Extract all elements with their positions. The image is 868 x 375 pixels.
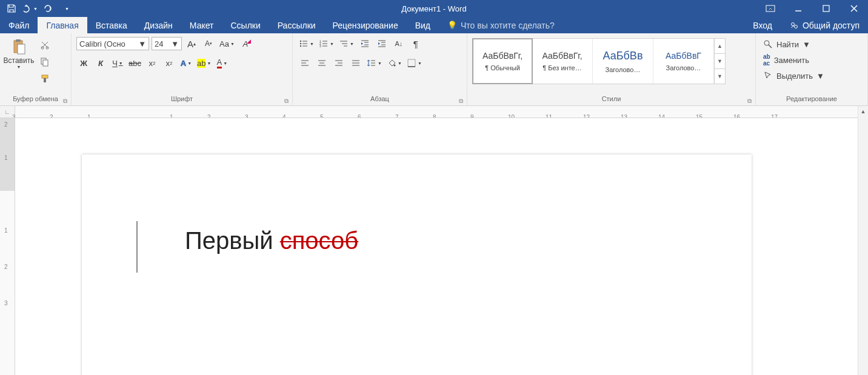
style-normal[interactable]: АаБбВвГг, ¶ Обычный (472, 38, 533, 84)
bold-button[interactable]: Ж (76, 56, 91, 70)
page[interactable]: Первый способ (82, 154, 752, 375)
shading-button[interactable]: ▼ (386, 56, 403, 70)
align-center-button[interactable] (315, 56, 329, 70)
clipboard-launcher[interactable]: ⧉ (61, 97, 69, 105)
highlight-button[interactable]: ab▼ (196, 56, 212, 70)
style-heading-2[interactable]: АаБбВвГ Заголово… (653, 39, 714, 84)
gallery-more-button[interactable]: ▼ (715, 69, 725, 84)
replace-button[interactable]: abac Заменить (761, 53, 812, 67)
maximize-button[interactable] (812, 0, 840, 17)
line-spacing-button[interactable]: ▼ (366, 56, 383, 70)
align-left-button[interactable] (298, 56, 312, 70)
clear-formatting-button[interactable]: A◢ (238, 37, 253, 50)
borders-button[interactable]: ▼ (406, 56, 423, 70)
italic-button[interactable]: К (93, 56, 108, 70)
svg-rect-11 (43, 60, 48, 66)
justify-button[interactable] (349, 56, 363, 70)
tab-references[interactable]: Ссылки (222, 17, 269, 33)
change-case-button[interactable]: Aa▼ (218, 37, 236, 50)
svg-point-55 (764, 41, 769, 45)
styles-gallery[interactable]: АаБбВвГг, ¶ Обычный АаБбВвГг, ¶ Без инте… (472, 38, 726, 84)
gallery-up-button[interactable]: ▲ (715, 39, 725, 54)
window-title: Документ1 - Word (0, 4, 868, 13)
group-paragraph: ▼ 123▼ ▼ А↓ ¶ ▼ ▼ ▼ Абзац⧉ (293, 33, 467, 105)
minimize-button[interactable] (784, 0, 812, 17)
svg-rect-6 (16, 39, 21, 42)
style-no-spacing[interactable]: АаБбВвГг, ¶ Без инте… (532, 39, 593, 84)
scroll-up-button[interactable]: ▲ (858, 106, 868, 116)
gallery-down-button[interactable]: ▼ (715, 54, 725, 69)
tab-home[interactable]: Главная (38, 17, 87, 33)
paste-label: Вставить (4, 56, 35, 65)
show-marks-button[interactable]: ¶ (409, 37, 423, 50)
group-editing: Найти▼ abac Заменить Выделить▼ Редактиро… (756, 33, 868, 105)
group-styles: АаБбВвГг, ¶ Обычный АаБбВвГг, ¶ Без инте… (467, 33, 756, 105)
tell-me-search[interactable]: 💡 Что вы хотите сделать? (447, 17, 555, 33)
svg-text:3: 3 (319, 44, 321, 48)
format-painter-button[interactable] (38, 72, 52, 85)
font-launcher[interactable]: ⧉ (282, 97, 290, 105)
tab-insert[interactable]: Вставка (87, 17, 136, 33)
clipboard-group-label: Буфер обмена⧉ (0, 95, 71, 105)
text-cursor (136, 221, 138, 273)
paste-button[interactable]: Вставить ▼ (4, 36, 34, 69)
svg-point-3 (791, 22, 794, 25)
sign-in-button[interactable]: Вход (744, 17, 781, 33)
find-label: Найти (776, 40, 799, 49)
tab-design[interactable]: Дизайн (136, 17, 181, 33)
shrink-font-button[interactable]: A▾ (201, 37, 216, 50)
document-text[interactable]: Первый способ (185, 227, 358, 254)
svg-rect-2 (823, 5, 829, 12)
share-button[interactable]: Общий доступ (781, 17, 868, 33)
font-group-label: Шрифт⧉ (72, 95, 292, 105)
customize-qat-button[interactable]: ▼ (58, 1, 74, 16)
horizontal-ruler[interactable]: ∟ 3211234567891011121314151617 (0, 106, 858, 118)
ribbon: Вставить ▼ Буфер обмена⧉ Calibri (Осно▼ … (0, 33, 868, 106)
clipboard-icon (10, 38, 27, 55)
text-effects-button[interactable]: A▼ (179, 56, 193, 70)
svg-rect-13 (44, 78, 46, 82)
text-strikethrough: способ (280, 227, 359, 254)
sort-button[interactable]: А↓ (392, 37, 406, 50)
tab-mailings[interactable]: Рассылки (269, 17, 324, 33)
select-button[interactable]: Выделить▼ (761, 68, 827, 83)
increase-indent-button[interactable] (375, 37, 389, 50)
ribbon-display-options-button[interactable] (756, 0, 784, 17)
strikethrough-button[interactable]: abc (127, 56, 142, 70)
grow-font-button[interactable]: A▴ (184, 37, 199, 50)
vertical-scrollbar[interactable]: ▲ (858, 106, 868, 375)
font-color-button[interactable]: A▼ (215, 56, 229, 70)
undo-button[interactable]: ▼ (22, 1, 38, 16)
tab-review[interactable]: Рецензирование (324, 17, 407, 33)
multilevel-list-button[interactable]: ▼ (338, 37, 355, 50)
redo-button[interactable] (40, 1, 56, 16)
document-canvas[interactable]: Первый способ (15, 118, 858, 375)
subscript-button[interactable]: x2 (145, 56, 159, 70)
group-clipboard: Вставить ▼ Буфер обмена⧉ (0, 33, 72, 105)
bullets-button[interactable]: ▼ (298, 37, 315, 50)
numbering-button[interactable]: 123▼ (318, 37, 335, 50)
find-button[interactable]: Найти▼ (761, 37, 813, 51)
align-right-button[interactable] (332, 56, 346, 70)
svg-point-52 (393, 65, 395, 67)
lightbulb-icon: 💡 (447, 21, 457, 30)
paragraph-launcher[interactable]: ⧉ (457, 97, 465, 105)
tab-layout[interactable]: Макет (181, 17, 222, 33)
text-plain: Первый (185, 227, 280, 254)
save-button[interactable] (4, 1, 19, 16)
styles-launcher[interactable]: ⧉ (746, 97, 753, 105)
close-button[interactable] (840, 0, 868, 17)
brush-icon (40, 74, 50, 84)
tab-view[interactable]: Вид (407, 17, 439, 33)
copy-button[interactable] (38, 55, 52, 68)
decrease-indent-button[interactable] (358, 37, 372, 50)
tab-file[interactable]: Файл (0, 17, 38, 33)
cut-button[interactable] (38, 38, 52, 51)
style-heading-1[interactable]: АаБбВв Заголово… (593, 39, 653, 84)
superscript-button[interactable]: x2 (162, 56, 176, 70)
group-font: Calibri (Осно▼ 24▼ A▴ A▾ Aa▼ A◢ Ж К Ч▼ a… (72, 33, 293, 105)
font-name-combo[interactable]: Calibri (Осно▼ (76, 37, 149, 50)
underline-button[interactable]: Ч▼ (110, 56, 125, 70)
font-size-combo[interactable]: 24▼ (152, 37, 182, 50)
vertical-ruler[interactable]: 21123 (0, 118, 15, 375)
